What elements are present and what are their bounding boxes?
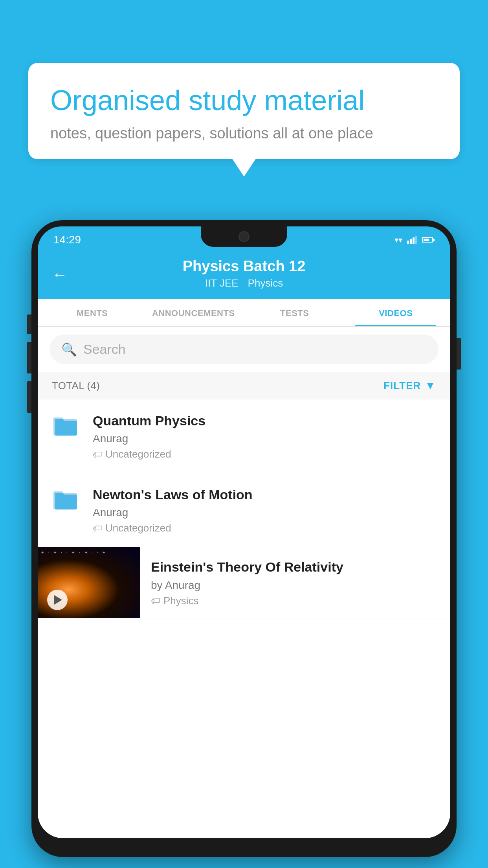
breadcrumb-physics: Physics [248,277,283,289]
header-title: Physics Batch 12 [183,258,306,275]
wifi-icon: ▾▾ [394,235,402,245]
list-item[interactable]: Einstein's Theory Of Relativity by Anura… [38,547,450,618]
volume-down-button [27,342,31,373]
status-time: 14:29 [53,234,81,246]
list-item[interactable]: Newton's Laws of Motion Anurag 🏷 Uncateg… [38,473,450,547]
video-title: Einstein's Theory Of Relativity [151,558,439,576]
breadcrumb-iit: IIT JEE [205,277,238,289]
phone-screen: ← Physics Batch 12 IIT JEE Physics MENTS… [38,250,450,838]
tag-icon: 🏷 [93,449,102,460]
volume-up-button [27,314,31,334]
search-placeholder: Search [83,342,126,357]
folder-icon-wrap [52,487,83,519]
video-info: Newton's Laws of Motion Anurag 🏷 Uncateg… [93,486,436,534]
video-author: by Anurag [151,579,439,592]
phone-outer: 14:29 ▾▾ ← Physics Batch 12 [31,220,457,857]
filter-label: FILTER [383,380,421,392]
filter-button[interactable]: FILTER ▼ [383,379,436,392]
back-button[interactable]: ← [52,267,68,282]
tab-ments[interactable]: MENTS [42,299,143,326]
play-icon [54,595,62,605]
video-info: Quantum Physics Anurag 🏷 Uncategorized [93,412,436,460]
filter-row: TOTAL (4) FILTER ▼ [38,372,450,399]
filter-icon: ▼ [425,379,436,392]
play-button[interactable] [47,590,68,610]
video-title: Newton's Laws of Motion [93,486,436,503]
tag-label: Uncategorized [105,448,171,460]
bubble-subtitle: notes, question papers, solutions all at… [50,125,438,142]
video-author: Anurag [93,432,436,445]
phone-notch [201,226,287,247]
video-author: Anurag [93,506,436,519]
video-tag: 🏷 Uncategorized [93,448,436,460]
tag-label: Uncategorized [105,522,171,534]
signal-icon [407,236,417,244]
breadcrumb: IIT JEE Physics [205,277,283,289]
video-thumbnail [38,547,140,618]
search-box[interactable]: 🔍 Search [50,335,438,364]
search-icon: 🔍 [61,342,77,357]
svg-rect-6 [55,495,77,509]
video-list: Quantum Physics Anurag 🏷 Uncategorized [38,399,450,618]
svg-rect-3 [55,419,64,422]
app-header: ← Physics Batch 12 IIT JEE Physics [38,250,450,299]
total-count: TOTAL (4) [52,380,100,392]
tab-tests[interactable]: TESTS [244,299,345,326]
tabs-bar: MENTS ANNOUNCEMENTS TESTS VIDEOS [38,299,450,327]
folder-icon [52,414,80,437]
bubble-title: Organised study material [50,83,438,117]
status-icons: ▾▾ [394,235,435,245]
speech-bubble: Organised study material notes, question… [28,63,460,159]
video-info: Einstein's Theory Of Relativity by Anura… [140,547,450,616]
tab-videos[interactable]: VIDEOS [345,299,447,326]
list-item[interactable]: Quantum Physics Anurag 🏷 Uncategorized [38,399,450,473]
folder-icon-wrap [52,414,83,445]
video-title: Quantum Physics [93,412,436,429]
svg-rect-2 [55,421,77,436]
tab-announcements[interactable]: ANNOUNCEMENTS [143,299,244,326]
folder-icon [52,487,80,511]
video-tag: 🏷 Uncategorized [93,522,436,534]
video-tag: 🏷 Physics [151,595,439,607]
phone-mockup: 14:29 ▾▾ ← Physics Batch 12 [31,220,457,857]
battery-icon [422,237,435,243]
tag-icon: 🏷 [93,523,102,534]
svg-rect-7 [55,493,64,496]
front-camera [238,231,250,242]
silent-button [27,381,31,413]
power-button [457,338,461,370]
search-container: 🔍 Search [38,327,450,372]
tag-label: Physics [163,595,199,607]
tag-icon: 🏷 [151,595,160,606]
